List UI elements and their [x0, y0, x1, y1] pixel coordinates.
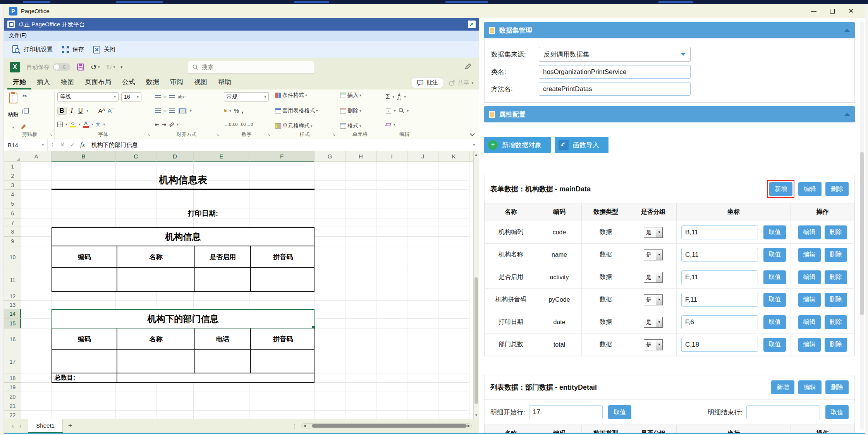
grid-cell[interactable] [21, 401, 52, 411]
grid-cell[interactable] [345, 309, 376, 319]
grid-cell[interactable] [116, 392, 156, 401]
collapse-ribbon-icon[interactable] [470, 131, 475, 136]
grid-cell[interactable] [438, 392, 469, 401]
coordinate-input[interactable] [681, 248, 758, 262]
grid-cell[interactable] [21, 309, 52, 319]
row-header-4[interactable]: 4 [4, 190, 21, 199]
dialog-launcher-icon[interactable]: ↘ [332, 132, 335, 137]
grid-cell[interactable] [315, 328, 345, 350]
font-name-select[interactable]: 等线▾ [57, 92, 119, 101]
get-value-button[interactable]: 取值 [763, 248, 786, 262]
grid-cell[interactable] [21, 373, 52, 383]
add-button[interactable]: 新增 [769, 182, 792, 196]
print-date-cell[interactable]: 打印日期: [156, 208, 249, 218]
grid-cell[interactable] [407, 190, 438, 199]
grid-cell[interactable] [438, 309, 469, 319]
align-bottom-button[interactable] [169, 95, 175, 99]
grid-cell[interactable] [156, 411, 194, 419]
grid-cell[interactable] [438, 301, 469, 309]
row-header-16[interactable]: 16 [4, 328, 21, 350]
next-sheet-icon[interactable]: › [17, 422, 24, 430]
grid-cell[interactable] [52, 401, 116, 411]
grid-cell[interactable] [315, 301, 345, 309]
get-value-button[interactable]: 取值 [763, 338, 786, 352]
scroll-up-icon[interactable]: ▲ [474, 151, 478, 158]
grid-cell[interactable] [315, 319, 345, 328]
coordinate-input[interactable] [681, 338, 758, 352]
format-painter-button[interactable] [21, 124, 26, 129]
detail-start-input[interactable] [529, 405, 603, 419]
autosum-button[interactable]: Σ [386, 93, 390, 101]
grid-cell[interactable] [194, 190, 249, 199]
grid-cell[interactable] [194, 162, 249, 171]
grid-cell[interactable] [376, 392, 407, 401]
column-header-B[interactable]: B [52, 151, 116, 162]
group-select[interactable]: 是▼ [644, 317, 663, 328]
grid-cell[interactable] [315, 411, 345, 419]
ribbon-tab-审阅[interactable]: 审阅 [165, 75, 189, 89]
menu-file[interactable]: 文件(F) [9, 32, 27, 39]
column-header-J[interactable]: J [407, 151, 438, 162]
comma-style-button[interactable]: , [242, 107, 244, 115]
grid-cell[interactable] [407, 350, 438, 373]
grid-cell[interactable] [156, 218, 194, 227]
grid-cell[interactable] [438, 373, 469, 383]
grid-cell[interactable] [249, 411, 315, 419]
sheet-tab-sheet1[interactable]: Sheet1 [28, 419, 63, 433]
close-button[interactable]: ✕ [842, 5, 860, 17]
grid-cell[interactable] [376, 383, 407, 392]
grid-cell[interactable] [376, 350, 407, 373]
merge-center-button[interactable]: ↔ [178, 108, 187, 114]
column-header-E[interactable]: E [194, 151, 249, 162]
grid-cell[interactable] [407, 218, 438, 227]
grid-cell[interactable] [438, 350, 469, 373]
grid-cell[interactable] [407, 227, 438, 237]
grid-cell[interactable] [407, 328, 438, 350]
grid-cell[interactable] [156, 301, 194, 309]
italic-button[interactable]: I [69, 107, 74, 114]
grid-cell[interactable] [194, 383, 249, 392]
grid-cell[interactable] [52, 292, 116, 301]
prev-sheet-icon[interactable]: ‹ [9, 422, 17, 430]
grid-cell[interactable] [21, 328, 52, 350]
grid-cell[interactable] [249, 401, 315, 411]
row-header-14[interactable]: 14 [4, 309, 21, 319]
grid-cell[interactable] [407, 237, 438, 246]
grid-cell[interactable] [315, 190, 345, 199]
shrink-font-button[interactable]: Aˇ [108, 107, 113, 114]
org-info-empty-row[interactable] [52, 268, 315, 292]
grid-cell[interactable] [249, 218, 315, 227]
grid-cell[interactable] [407, 171, 438, 181]
grid-cell[interactable] [194, 292, 249, 301]
org-info-header-row[interactable]: 编码 名称 是否启用 拼音码 [52, 246, 315, 268]
grid-cell[interactable] [407, 246, 438, 268]
align-center-button[interactable] [163, 110, 167, 112]
add-sheet-button[interactable]: + [63, 422, 78, 430]
grid-cell[interactable] [438, 319, 469, 328]
grid-cell[interactable] [438, 181, 469, 190]
align-left-button[interactable] [155, 108, 161, 113]
insert-cells-button[interactable]: 插入▾ [340, 92, 380, 99]
grid-cell[interactable] [21, 246, 52, 268]
grow-font-button[interactable]: A^ [98, 107, 105, 114]
column-header-C[interactable]: C [116, 151, 156, 162]
get-value-button[interactable]: 取值 [763, 315, 786, 329]
grid-cell[interactable] [345, 411, 376, 419]
row-header-7[interactable]: 7 [4, 218, 21, 227]
ribbon-tab-开始[interactable]: 开始 [7, 75, 31, 89]
grid-cell[interactable] [376, 162, 407, 171]
panel-scroll-thumb[interactable] [860, 152, 864, 315]
grid-cell[interactable] [21, 411, 52, 419]
grid-cell[interactable] [345, 171, 376, 181]
grid-cell[interactable] [407, 268, 438, 292]
find-select-icon[interactable] [399, 108, 404, 113]
grid-cell[interactable] [194, 401, 249, 411]
grid-cell[interactable] [194, 199, 249, 208]
clear-button[interactable] [385, 123, 392, 126]
grid-cell[interactable] [315, 227, 345, 237]
delete-button[interactable]: 删除 [825, 248, 847, 262]
undo-button[interactable]: ↺▾ [91, 63, 100, 72]
function-import-button[interactable]: 函数导入 [555, 137, 608, 153]
column-header-K[interactable]: K [438, 151, 469, 162]
quick-save-button[interactable] [77, 63, 84, 71]
